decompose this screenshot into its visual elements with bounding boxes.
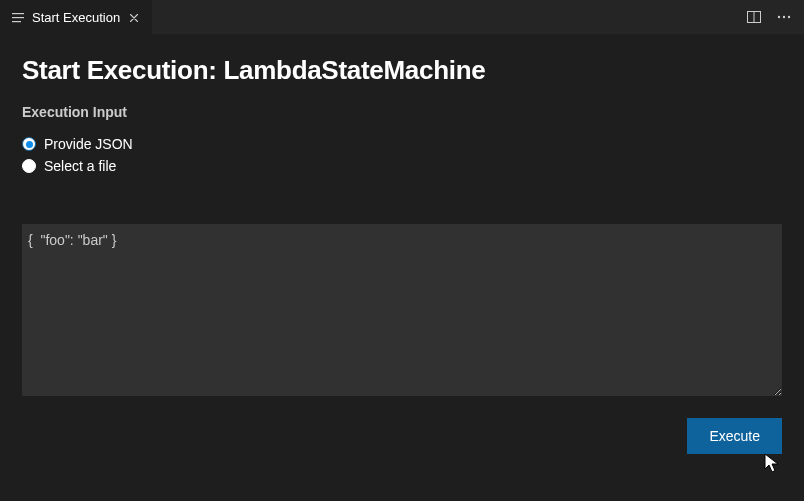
button-row: Execute (22, 418, 782, 454)
content: Start Execution: LambdaStateMachine Exec… (0, 35, 804, 474)
radio-label-json: Provide JSON (44, 136, 133, 152)
more-actions-icon[interactable] (776, 9, 792, 25)
tab-bar: Start Execution (0, 0, 804, 35)
split-editor-icon[interactable] (746, 9, 762, 25)
radio-indicator-json (22, 137, 36, 151)
radio-select-file[interactable]: Select a file (22, 158, 782, 174)
tab-start-execution[interactable]: Start Execution (0, 0, 153, 35)
tab-actions (734, 0, 804, 34)
svg-point-7 (788, 16, 790, 18)
page-title: Start Execution: LambdaStateMachine (22, 55, 782, 86)
svg-rect-1 (12, 17, 24, 18)
section-label: Execution Input (22, 104, 782, 120)
radio-group: Provide JSON Select a file (22, 136, 782, 174)
svg-point-6 (783, 16, 785, 18)
radio-provide-json[interactable]: Provide JSON (22, 136, 782, 152)
radio-indicator-file (22, 159, 36, 173)
radio-label-file: Select a file (44, 158, 116, 174)
execute-button[interactable]: Execute (687, 418, 782, 454)
svg-rect-2 (12, 21, 21, 22)
svg-point-5 (778, 16, 780, 18)
tab-title: Start Execution (32, 10, 120, 25)
close-icon[interactable] (126, 10, 142, 26)
preview-icon (10, 10, 26, 26)
svg-rect-0 (12, 13, 24, 14)
json-input-textarea[interactable] (22, 224, 782, 396)
tab-left-group: Start Execution (0, 0, 153, 34)
